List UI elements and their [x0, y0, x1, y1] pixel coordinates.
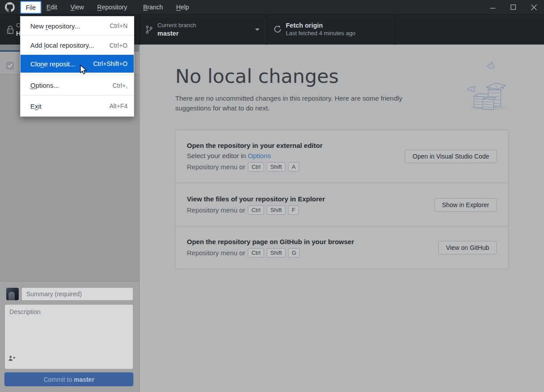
- options-link[interactable]: Options: [248, 152, 271, 159]
- show-in-explorer-button[interactable]: Show in Explorer: [434, 198, 497, 212]
- fetch-origin-button[interactable]: Fetch origin Last fetched 4 minutes ago: [267, 15, 395, 45]
- suggestion-title: View the files of your repository in Exp…: [187, 195, 325, 203]
- file-menu-popup: New repository... Ctrl+N Add local repos…: [20, 16, 134, 117]
- avatar: [6, 288, 19, 300]
- minimize-button[interactable]: [482, 0, 503, 14]
- kbd-key: F: [288, 205, 299, 215]
- check-icon: [8, 64, 12, 68]
- main-content: No local changes There are no uncommitte…: [140, 45, 544, 392]
- commit-button-branch: master: [74, 376, 94, 383]
- menubar-help[interactable]: Help: [176, 0, 189, 14]
- minimize-icon: [490, 4, 495, 10]
- current-branch-button[interactable]: Current branch master: [140, 15, 267, 45]
- summary-input[interactable]: [21, 287, 133, 301]
- description-textarea[interactable]: [4, 304, 133, 369]
- kbd-key: A: [288, 162, 299, 172]
- suggestion-title: Open the repository in your external edi…: [187, 142, 322, 149]
- page-subtitle: There are no uncommitted changes in this…: [175, 94, 427, 113]
- fetch-label: Fetch origin: [286, 21, 355, 29]
- suggestion-row-explorer: View the files of your repository in Exp…: [175, 183, 508, 226]
- menubar-repository[interactable]: Repository: [97, 0, 127, 14]
- suggestions-card: Open the repository in your external edi…: [175, 130, 509, 269]
- maximize-icon: [511, 4, 516, 10]
- branch-label: Current branch: [157, 21, 196, 29]
- suggestion-hint: Repository menu or: [187, 249, 245, 257]
- github-desktop-window: File Edit View Repository Branch Help: [0, 0, 544, 392]
- kbd-key: Ctrl: [248, 248, 264, 257]
- window-controls: [482, 0, 544, 14]
- menu-shortcut: Ctrl+N: [110, 22, 128, 29]
- suggestion-line2-text: Select your editor in: [187, 152, 248, 159]
- kbd-key: G: [288, 248, 300, 257]
- suggestion-hint: Repository menu or: [187, 163, 245, 171]
- chevron-down-icon: [255, 29, 260, 31]
- mouse-cursor-icon: [79, 65, 88, 75]
- kbd-key: Shift: [267, 162, 285, 172]
- menu-item-exit[interactable]: Exit Alt+F4: [21, 96, 134, 116]
- close-button[interactable]: [523, 0, 544, 14]
- menu-item-clone-repository[interactable]: Clone reposit... Ctrl+Shift+O: [21, 55, 134, 73]
- open-in-editor-button[interactable]: Open in Visual Studio Code: [405, 150, 497, 163]
- falling-papers-illustration: [462, 59, 511, 111]
- sync-icon: [273, 25, 282, 33]
- kbd-key: Shift: [267, 205, 285, 215]
- menu-item-options[interactable]: Options... Ctrl+,: [21, 75, 134, 95]
- commit-form: Commit to master: [0, 281, 139, 392]
- menu-item-new-repository[interactable]: New repository... Ctrl+N: [21, 16, 134, 35]
- lock-icon: [6, 25, 14, 35]
- maximize-button[interactable]: [503, 0, 523, 14]
- git-branch-icon: [145, 25, 153, 34]
- menu-item-add-local-repository[interactable]: Add local repository... Ctrl+O: [21, 36, 134, 55]
- menubar-file[interactable]: File: [20, 1, 41, 14]
- kbd-key: Ctrl: [248, 162, 264, 172]
- close-icon: [531, 4, 537, 10]
- github-logo-icon: [5, 2, 15, 12]
- page-title: No local changes: [175, 65, 339, 87]
- menubar-edit[interactable]: Edit: [46, 0, 57, 14]
- menu-shortcut: Ctrl+O: [109, 42, 128, 49]
- commit-button[interactable]: Commit to master: [4, 372, 133, 386]
- menu-shortcut: Ctrl+,: [112, 82, 128, 89]
- fetch-sublabel: Last fetched 4 minutes ago: [286, 29, 355, 37]
- menu-shortcut: Ctrl+Shift+O: [93, 60, 128, 67]
- menubar-branch[interactable]: Branch: [143, 0, 163, 14]
- kbd-key: Ctrl: [248, 205, 264, 215]
- select-all-checkbox[interactable]: [6, 62, 14, 69]
- suggestion-row-editor: Open the repository in your external edi…: [175, 130, 508, 183]
- titlebar: File Edit View Repository Branch Help: [0, 0, 544, 14]
- suggestion-row-github: Open the repository page on GitHub in yo…: [175, 226, 508, 269]
- commit-button-label: Commit to: [44, 376, 72, 383]
- menubar-view[interactable]: View: [70, 0, 84, 14]
- menu-shortcut: Alt+F4: [109, 102, 128, 110]
- menubar-file-label: File: [26, 4, 36, 11]
- suggestion-title: Open the repository page on GitHub in yo…: [187, 238, 354, 245]
- add-coauthor-icon[interactable]: [8, 355, 15, 361]
- suggestion-hint: Repository menu or: [187, 206, 245, 214]
- view-on-github-button[interactable]: View on GitHub: [438, 241, 497, 254]
- branch-name: master: [157, 29, 196, 37]
- kbd-key: Shift: [267, 248, 285, 257]
